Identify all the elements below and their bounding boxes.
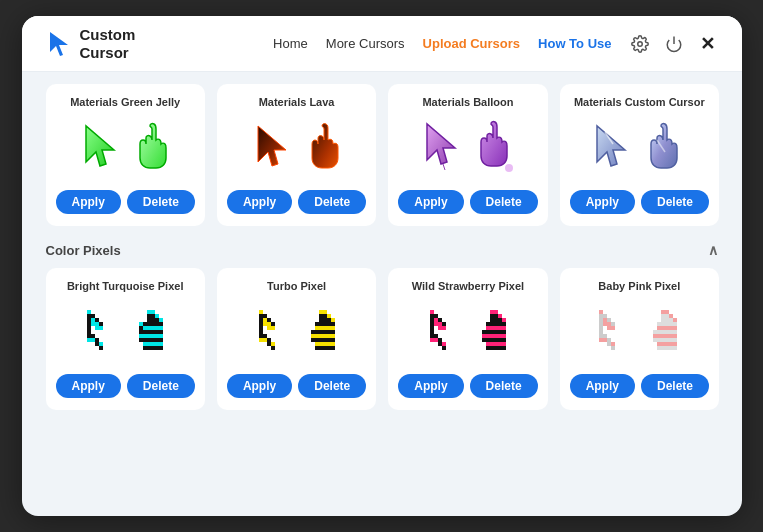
svg-rect-44 bbox=[139, 326, 143, 330]
card-buttons: Apply Delete bbox=[227, 374, 366, 398]
apply-button[interactable]: Apply bbox=[56, 374, 121, 398]
card-title: Baby Pink Pixel bbox=[598, 280, 680, 292]
color-pixels-section-header: Color Pixels ∧ bbox=[46, 234, 718, 268]
svg-rect-141 bbox=[603, 314, 607, 318]
card-baby-pink-pixel: Baby Pink Pixel bbox=[560, 268, 719, 410]
svg-rect-106 bbox=[438, 322, 442, 326]
svg-rect-110 bbox=[434, 334, 438, 338]
svg-rect-20 bbox=[91, 318, 95, 322]
apply-button[interactable]: Apply bbox=[56, 190, 121, 214]
svg-rect-17 bbox=[87, 334, 91, 338]
cursor-hand-turquoise-pixel bbox=[131, 306, 171, 358]
svg-rect-143 bbox=[603, 322, 607, 326]
svg-rect-131 bbox=[486, 342, 506, 346]
card-buttons: Apply Delete bbox=[56, 190, 195, 214]
cursor-arrow-strawberry-pixel bbox=[422, 306, 466, 358]
svg-rect-154 bbox=[611, 346, 615, 350]
svg-rect-63 bbox=[263, 314, 267, 318]
power-icon[interactable] bbox=[664, 34, 684, 54]
cursor-arrow-custom bbox=[591, 122, 635, 174]
svg-rect-43 bbox=[139, 322, 143, 326]
card-title: Materials Custom Cursor bbox=[574, 96, 705, 108]
svg-rect-88 bbox=[315, 326, 335, 330]
apply-button[interactable]: Apply bbox=[227, 190, 292, 214]
svg-point-1 bbox=[637, 41, 642, 46]
svg-rect-124 bbox=[502, 318, 506, 322]
svg-rect-75 bbox=[271, 342, 275, 346]
svg-rect-158 bbox=[665, 310, 669, 314]
card-bright-turquoise-pixel: Bright Turquoise Pixel bbox=[46, 268, 205, 410]
svg-rect-24 bbox=[95, 326, 99, 330]
svg-rect-152 bbox=[607, 342, 611, 346]
svg-rect-57 bbox=[259, 318, 263, 322]
cursor-hand-strawberry-pixel bbox=[474, 306, 514, 358]
apply-button[interactable]: Apply bbox=[227, 374, 292, 398]
svg-rect-38 bbox=[151, 318, 155, 322]
svg-rect-85 bbox=[331, 318, 335, 322]
svg-rect-139 bbox=[599, 334, 603, 338]
svg-rect-137 bbox=[599, 326, 603, 330]
gear-icon[interactable] bbox=[630, 34, 650, 54]
apply-button[interactable]: Apply bbox=[398, 374, 463, 398]
card-wild-strawberry-pixel: Wild Strawberry Pixel bbox=[388, 268, 547, 410]
cursor-arrow-baby-pink-pixel bbox=[591, 306, 635, 358]
cursor-arrow-green-jelly bbox=[80, 122, 124, 174]
svg-rect-70 bbox=[271, 326, 275, 330]
card-title: Materials Balloon bbox=[422, 96, 513, 108]
nav-upload-cursors[interactable]: Upload Cursors bbox=[423, 36, 521, 51]
delete-button[interactable]: Delete bbox=[641, 374, 709, 398]
delete-button[interactable]: Delete bbox=[298, 190, 366, 214]
svg-marker-3 bbox=[86, 126, 114, 166]
cursor-hand-custom bbox=[643, 122, 687, 174]
cursor-hand-lava bbox=[304, 122, 342, 174]
delete-button[interactable]: Delete bbox=[298, 374, 366, 398]
svg-rect-127 bbox=[486, 326, 506, 330]
svg-rect-50 bbox=[139, 330, 163, 334]
card-materials-green-jelly: Materials Green Jelly bbox=[46, 84, 205, 226]
svg-rect-92 bbox=[315, 342, 335, 346]
card-buttons: Apply Delete bbox=[227, 190, 366, 214]
nav-more-cursors[interactable]: More Cursors bbox=[326, 36, 405, 51]
card-buttons: Apply Delete bbox=[398, 374, 537, 398]
svg-rect-99 bbox=[430, 330, 434, 334]
svg-rect-116 bbox=[490, 310, 494, 314]
svg-marker-0 bbox=[50, 32, 68, 56]
cursor-arrow-balloon bbox=[421, 120, 465, 176]
svg-rect-12 bbox=[87, 314, 91, 318]
card-buttons: Apply Delete bbox=[570, 190, 709, 214]
svg-rect-19 bbox=[91, 314, 95, 318]
svg-rect-157 bbox=[661, 318, 665, 322]
card-images bbox=[591, 116, 687, 180]
chevron-up-icon[interactable]: ∧ bbox=[708, 242, 718, 258]
svg-rect-171 bbox=[657, 346, 677, 350]
svg-rect-120 bbox=[494, 314, 498, 318]
delete-button[interactable]: Delete bbox=[641, 190, 709, 214]
delete-button[interactable]: Delete bbox=[127, 374, 195, 398]
delete-button[interactable]: Delete bbox=[470, 374, 538, 398]
svg-rect-128 bbox=[482, 330, 506, 334]
svg-rect-114 bbox=[442, 342, 446, 346]
card-images bbox=[252, 116, 342, 180]
delete-button[interactable]: Delete bbox=[127, 190, 195, 214]
svg-rect-117 bbox=[490, 314, 494, 318]
svg-rect-28 bbox=[91, 338, 95, 342]
close-icon[interactable]: ✕ bbox=[698, 34, 718, 54]
app-window: Custom Cursor Home More Cursors Upload C… bbox=[22, 16, 742, 516]
apply-button[interactable]: Apply bbox=[570, 374, 635, 398]
svg-rect-32 bbox=[99, 346, 103, 350]
svg-rect-56 bbox=[259, 314, 263, 318]
nav-how-to-use[interactable]: How To Use bbox=[538, 36, 611, 51]
svg-rect-83 bbox=[327, 314, 331, 318]
apply-button[interactable]: Apply bbox=[570, 190, 635, 214]
nav-home[interactable]: Home bbox=[273, 36, 308, 51]
svg-rect-115 bbox=[442, 346, 446, 350]
card-materials-balloon: Materials Balloon bbox=[388, 84, 547, 226]
svg-rect-36 bbox=[151, 310, 155, 314]
delete-button[interactable]: Delete bbox=[470, 190, 538, 214]
apply-button[interactable]: Apply bbox=[398, 190, 463, 214]
cursor-arrow-turquoise-pixel bbox=[79, 306, 123, 358]
svg-rect-159 bbox=[665, 314, 669, 318]
svg-rect-97 bbox=[430, 322, 434, 326]
svg-rect-167 bbox=[653, 330, 677, 334]
card-images bbox=[421, 116, 515, 180]
